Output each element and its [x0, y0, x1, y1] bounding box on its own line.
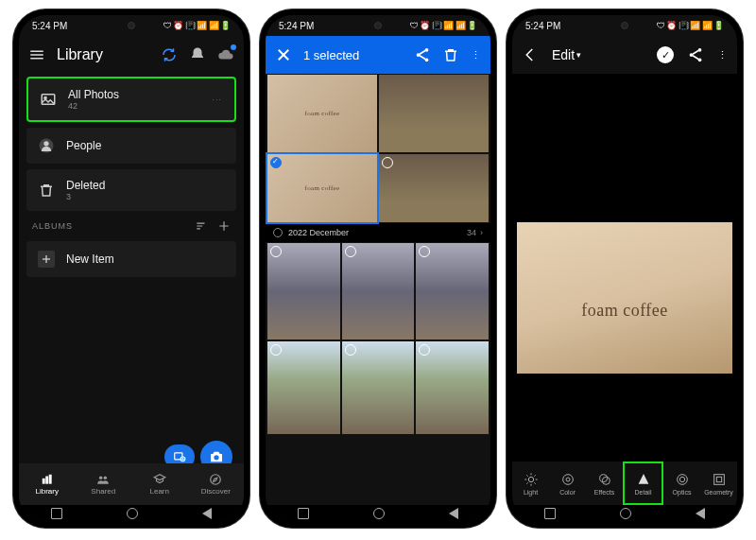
- albums-label: ALBUMS: [32, 221, 73, 231]
- svg-point-51: [679, 477, 684, 481]
- status-time: 5:24 PM: [32, 21, 67, 31]
- svg-rect-21: [49, 475, 52, 484]
- tool-effects[interactable]: Effects: [586, 462, 623, 505]
- hamburger-icon[interactable]: [28, 46, 45, 63]
- tab-label: Shared: [91, 487, 115, 496]
- camera-hole: [621, 22, 628, 29]
- date-header[interactable]: 2022 December 34›: [266, 223, 490, 242]
- sync-icon[interactable]: [161, 46, 178, 63]
- status-icons: 🛡 ⏰ 📳 📶 📶 🔋: [410, 21, 477, 30]
- android-navbar: [266, 505, 490, 522]
- label: People: [66, 139, 101, 152]
- svg-point-47: [566, 478, 570, 481]
- android-navbar: [512, 505, 737, 522]
- svg-line-42: [526, 475, 527, 476]
- photo-text: foam coffee: [581, 300, 668, 320]
- share-icon[interactable]: [687, 46, 704, 63]
- tab-label: Learn: [150, 487, 169, 496]
- photo-thumbnail[interactable]: [342, 243, 415, 340]
- nav-back[interactable]: [449, 508, 458, 519]
- nav-home[interactable]: [127, 508, 138, 519]
- tab-library[interactable]: Library: [19, 463, 76, 505]
- plus-icon: [38, 251, 55, 268]
- album-new-item[interactable]: New Item: [26, 241, 236, 277]
- more-icon[interactable]: ⋮: [717, 49, 728, 61]
- count: 3: [66, 192, 105, 201]
- select-check-icon: [270, 157, 282, 168]
- sort-icon[interactable]: [195, 219, 208, 233]
- selection-bar: 1 selected ⋮: [266, 36, 490, 74]
- person-icon: [38, 137, 55, 154]
- status-time: 5:24 PM: [525, 21, 560, 31]
- svg-line-45: [534, 475, 535, 476]
- tool-label: Color: [559, 489, 576, 496]
- share-icon[interactable]: [414, 46, 431, 63]
- photo-thumbnail[interactable]: [267, 341, 340, 434]
- camera-hole: [128, 22, 135, 29]
- select-radio-icon: [419, 246, 430, 257]
- select-radio-icon: [345, 344, 356, 356]
- trash-icon[interactable]: [442, 46, 459, 63]
- svg-line-35: [693, 51, 698, 55]
- library-item-deleted[interactable]: Deleted 3: [26, 169, 236, 211]
- cloud-icon[interactable]: [217, 46, 234, 63]
- back-icon[interactable]: [522, 46, 539, 63]
- photo-thumbnail[interactable]: [379, 154, 489, 222]
- nav-back[interactable]: [202, 508, 212, 519]
- photo-thumbnail[interactable]: [379, 75, 489, 152]
- select-radio-icon: [419, 344, 430, 356]
- label: Deleted: [66, 179, 105, 192]
- nav-recents[interactable]: [298, 508, 309, 519]
- photo-thumbnail[interactable]: [416, 341, 489, 434]
- tab-shared[interactable]: Shared: [76, 463, 132, 505]
- tab-discover[interactable]: Discover: [188, 463, 245, 505]
- nav-home[interactable]: [373, 508, 385, 519]
- nav-recents[interactable]: [544, 508, 556, 519]
- effects-icon: [597, 472, 612, 487]
- tool-label: Detail: [635, 489, 652, 496]
- status-icons: 🛡 ⏰ 📳 📶 📶 🔋: [163, 21, 231, 30]
- tab-label: Discover: [201, 487, 231, 496]
- status-time: 5:24 PM: [279, 21, 314, 31]
- nav-recents[interactable]: [51, 508, 62, 519]
- select-radio-icon: [270, 344, 282, 356]
- photo-thumbnail[interactable]: [416, 243, 489, 340]
- more-icon[interactable]: ⋮: [471, 49, 481, 61]
- bottom-tabs: Library Shared Learn Discover: [19, 463, 244, 505]
- trash-icon: [38, 182, 55, 199]
- svg-point-6: [43, 141, 48, 146]
- select-radio-icon: [270, 246, 282, 257]
- photo-thumbnail[interactable]: [342, 341, 415, 434]
- bell-icon[interactable]: [189, 46, 206, 63]
- edit-canvas[interactable]: foam coffee: [512, 74, 737, 522]
- tool-color[interactable]: Color: [549, 462, 586, 505]
- add-icon[interactable]: [217, 219, 231, 233]
- nav-home[interactable]: [620, 508, 631, 519]
- nav-back[interactable]: [696, 508, 705, 519]
- photo-thumbnail[interactable]: [267, 75, 377, 152]
- select-radio-icon: [382, 157, 393, 168]
- library-item-people[interactable]: People: [26, 128, 236, 164]
- tool-geometry[interactable]: Geometry: [700, 462, 737, 505]
- close-icon[interactable]: [275, 46, 292, 63]
- tool-label: Effects: [594, 489, 614, 496]
- tool-label: Light: [524, 489, 538, 496]
- tool-optics[interactable]: Optics: [663, 462, 700, 505]
- color-icon: [560, 472, 576, 487]
- svg-point-24: [211, 475, 221, 485]
- edit-dropdown[interactable]: Edit ▾: [552, 47, 581, 62]
- more-icon[interactable]: ⋮: [211, 95, 223, 105]
- library-item-all-photos[interactable]: All Photos 42 ⋮: [26, 77, 236, 122]
- tool-light[interactable]: Light: [512, 462, 549, 505]
- optics-icon: [675, 472, 690, 487]
- svg-point-37: [528, 477, 533, 481]
- tab-learn[interactable]: Learn: [131, 463, 188, 505]
- tool-detail[interactable]: Detail: [623, 462, 663, 505]
- photo-thumbnail[interactable]: [267, 243, 340, 340]
- photo-thumbnail[interactable]: [267, 154, 377, 222]
- confirm-icon[interactable]: ✓: [657, 46, 674, 63]
- date-label: 2022 December: [288, 228, 349, 237]
- albums-header: ALBUMS: [19, 214, 244, 238]
- svg-point-46: [562, 474, 573, 484]
- svg-line-36: [693, 56, 698, 60]
